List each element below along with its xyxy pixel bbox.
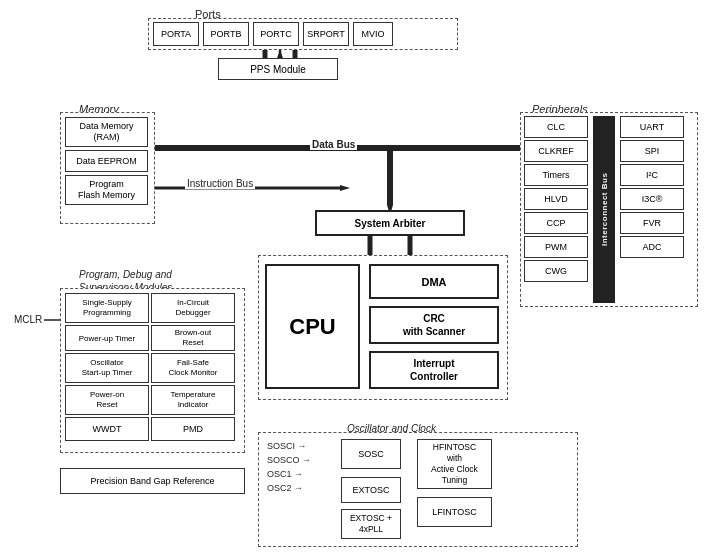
timers-box: Timers bbox=[524, 164, 588, 186]
osc2-label: OSC2 → bbox=[265, 483, 313, 493]
interconnect-bus-label: Interconnect Bus bbox=[600, 173, 609, 246]
single-supply-box: Single-SupplyProgramming bbox=[65, 293, 149, 323]
pps-module-box: PPS Module bbox=[218, 58, 338, 80]
pmd-box: PMD bbox=[151, 417, 235, 441]
fail-safe-box: Fail-SafeClock Monitor bbox=[151, 353, 235, 383]
lfintosc-block: LFINTOSC bbox=[417, 497, 492, 527]
peripherals-box: CLC CLKREF Timers HLVD CCP PWM CWG Inter… bbox=[520, 112, 698, 307]
clkref-box: CLKREF bbox=[524, 140, 588, 162]
temp-indicator-box: TemperatureIndicator bbox=[151, 385, 235, 415]
svg-marker-13 bbox=[340, 185, 350, 191]
osc1-label: OSC1 → bbox=[265, 469, 313, 479]
wwdt-box: WWDT bbox=[65, 417, 149, 441]
i2c-box: I²C bbox=[620, 164, 684, 186]
data-eeprom-box: Data EEPROM bbox=[65, 150, 148, 172]
spi-box: SPI bbox=[620, 140, 684, 162]
interrupt-box: InterruptController bbox=[369, 351, 499, 389]
srport-box: SRPORT bbox=[303, 22, 349, 46]
sosco-label: SOSCO → bbox=[265, 455, 313, 465]
system-arbiter-box: System Arbiter bbox=[315, 210, 465, 236]
oscillator-box: SOSCI → SOSCO → OSC1 → OSC2 → SOSC EXTOS… bbox=[258, 432, 578, 547]
portb-box: PORTB bbox=[203, 22, 249, 46]
mclr-label: MCLR bbox=[12, 314, 44, 325]
extosc-pll-block: EXTOSC +4xPLL bbox=[341, 509, 401, 539]
cpu-box: CPU bbox=[265, 264, 360, 389]
pwm-box: PWM bbox=[524, 236, 588, 258]
power-up-timer-box: Power-up Timer bbox=[65, 325, 149, 351]
power-on-reset-box: Power-onReset bbox=[65, 385, 149, 415]
crc-box: CRCwith Scanner bbox=[369, 306, 499, 344]
in-circuit-box: In-CircuitDebugger bbox=[151, 293, 235, 323]
program-flash-box: ProgramFlash Memory bbox=[65, 175, 148, 205]
adc-box: ADC bbox=[620, 236, 684, 258]
precision-band-gap-box: Precision Band Gap Reference bbox=[60, 468, 245, 494]
program-debug-box: Single-SupplyProgramming In-CircuitDebug… bbox=[60, 288, 245, 453]
ccp-box: CCP bbox=[524, 212, 588, 234]
data-memory-box: Data Memory(RAM) bbox=[65, 117, 148, 147]
sosci-label: SOSCI → bbox=[265, 441, 313, 451]
cwg-box: CWG bbox=[524, 260, 588, 282]
cpu-module-box: CPU DMA CRCwith Scanner InterruptControl… bbox=[258, 255, 508, 400]
instruction-bus-label: Instruction Bus bbox=[185, 178, 255, 189]
fvr-box: FVR bbox=[620, 212, 684, 234]
hfintosc-block: HFINTOSCwithActive ClockTuning bbox=[417, 439, 492, 489]
portc-box: PORTC bbox=[253, 22, 299, 46]
osc-startup-box: OscillatorStart-up Timer bbox=[65, 353, 149, 383]
i3c-box: I3C® bbox=[620, 188, 684, 210]
data-bus-label: Data Bus bbox=[310, 139, 357, 150]
ports-box: PORTA PORTB PORTC SRPORT MVIO bbox=[148, 18, 458, 50]
hlvd-box: HLVD bbox=[524, 188, 588, 210]
extosc-block: EXTOSC bbox=[341, 477, 401, 503]
mvio-box: MVIO bbox=[353, 22, 393, 46]
uart-box: UART bbox=[620, 116, 684, 138]
clc-box: CLC bbox=[524, 116, 588, 138]
porta-box: PORTA bbox=[153, 22, 199, 46]
sosc-block: SOSC bbox=[341, 439, 401, 469]
dma-box: DMA bbox=[369, 264, 499, 299]
memory-box: Data Memory(RAM) Data EEPROM ProgramFlas… bbox=[60, 112, 155, 224]
brown-out-box: Brown-outReset bbox=[151, 325, 235, 351]
